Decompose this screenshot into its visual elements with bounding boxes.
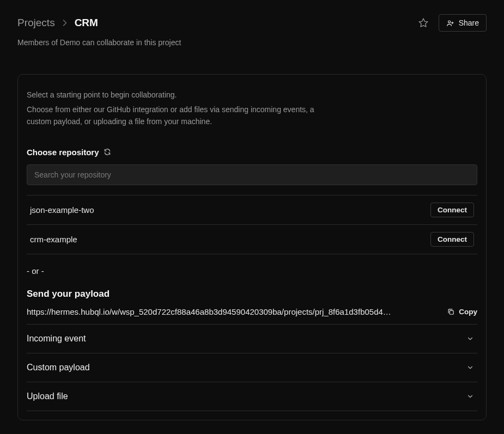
choose-repo-label: Choose repository	[27, 148, 99, 157]
copy-button-label: Copy	[459, 308, 477, 316]
chevron-down-icon	[466, 335, 474, 343]
share-button-label: Share	[459, 19, 479, 27]
accordion-item-custom-payload[interactable]: Custom payload	[27, 353, 477, 382]
breadcrumb-root-link[interactable]: Projects	[17, 17, 55, 29]
chevron-down-icon	[466, 364, 474, 371]
accordion-label: Incoming event	[27, 334, 86, 344]
refresh-icon[interactable]	[104, 148, 111, 156]
search-repository-input[interactable]	[27, 164, 477, 185]
payload-accordion: Incoming event Custom payload Upload fil…	[27, 324, 477, 411]
connect-button[interactable]: Connect	[430, 203, 474, 217]
payload-url: https://hermes.hubql.io/w/wsp_520d722cf8…	[27, 307, 434, 316]
accordion-item-incoming-event[interactable]: Incoming event	[27, 325, 477, 353]
send-payload-heading: Send your payload	[27, 289, 477, 299]
share-button[interactable]: Share	[439, 14, 487, 32]
copy-url-button[interactable]: Copy	[447, 308, 477, 316]
choose-repo-heading: Choose repository	[27, 148, 477, 157]
svg-point-0	[448, 21, 450, 23]
repo-name: crm-example	[30, 235, 77, 244]
repo-name: json-example-two	[30, 205, 94, 215]
onboarding-card: Select a starting point to begin collabo…	[17, 74, 487, 420]
or-divider: - or -	[27, 266, 477, 276]
svg-rect-1	[450, 310, 454, 314]
accordion-label: Upload file	[27, 392, 68, 401]
repo-list: json-example-two Connect crm-example Con…	[27, 195, 477, 254]
chevron-right-icon	[63, 20, 67, 26]
repo-row: json-example-two Connect	[27, 195, 477, 225]
project-subtitle: Members of Demo can collaborate in this …	[17, 38, 487, 47]
star-icon	[418, 17, 429, 28]
intro-line-2: Choose from either our GitHub integratio…	[27, 104, 332, 127]
copy-icon	[447, 308, 455, 316]
connect-button[interactable]: Connect	[430, 232, 474, 247]
accordion-label: Custom payload	[27, 363, 90, 372]
accordion-item-upload-file[interactable]: Upload file	[27, 382, 477, 411]
repo-row: crm-example Connect	[27, 225, 477, 254]
chevron-down-icon	[466, 393, 474, 400]
breadcrumb-current: CRM	[75, 17, 98, 29]
intro-line-1: Select a starting point to begin collabo…	[27, 89, 477, 101]
star-button[interactable]	[416, 15, 431, 30]
user-plus-icon	[446, 19, 454, 27]
breadcrumb: Projects CRM	[17, 17, 98, 29]
